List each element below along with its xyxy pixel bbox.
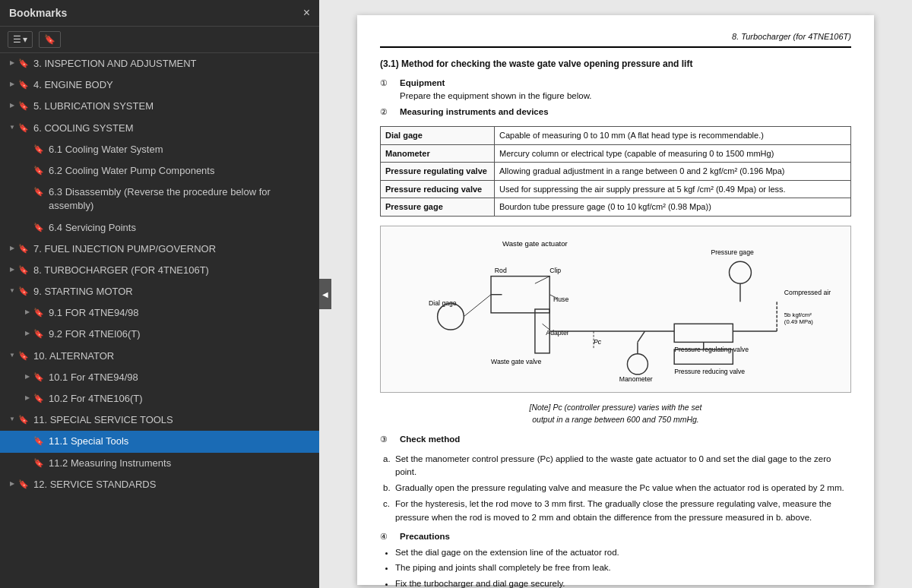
bookmark-page-icon-item-9: 🔖 (18, 286, 30, 297)
bookmark-page-icon-item-7: 🔖 (18, 243, 30, 254)
check-list: Set the manometer control pressure (Pc) … (380, 453, 851, 524)
svg-text:5b kgf/cm²: 5b kgf/cm² (784, 311, 812, 318)
sidebar-item-label-item-5: 5. LUBRICATION SYSTEM (33, 100, 313, 113)
svg-text:(0.49 MPa): (0.49 MPa) (784, 318, 814, 325)
sidebar-item-item-7[interactable]: ▶🔖7. FUEL INJECTION PUMP/GOVERNOR (0, 239, 319, 260)
expand-arrow-item-12: ▶ (6, 479, 18, 488)
item1-number: ① (380, 77, 394, 103)
sidebar-item-label-item-10-1: 10.1 For 4TNE94/98 (49, 371, 313, 384)
sidebar-item-item-3[interactable]: ▶🔖3. INSPECTION AND ADJUSTMENT (0, 53, 319, 74)
expand-arrow-item-10-1: ▶ (21, 372, 33, 381)
sidebar-item-label-item-11: 11. SPECIAL SERVICE TOOLS (33, 413, 313, 427)
expand-arrow-item-4: ▶ (6, 80, 18, 88)
svg-text:Manometer: Manometer (619, 375, 653, 382)
sidebar-item-label-item-7: 7. FUEL INJECTION PUMP/GOVERNOR (33, 242, 313, 256)
svg-text:Huse: Huse (553, 296, 568, 303)
list-view-button[interactable]: ☰ ▾ (8, 31, 33, 48)
table-cell-desc: Mercury column or electrical type (capab… (495, 144, 851, 163)
sidebar-item-item-10[interactable]: ▼🔖10. ALTERNATOR (0, 346, 319, 367)
svg-point-32 (627, 354, 648, 375)
table-row: Pressure reducing valveUsed for suppress… (381, 180, 851, 198)
sidebar-item-item-9-1[interactable]: ▶🔖9.1 FOR 4TNE94/98 (0, 302, 319, 324)
item2-text: Measuring instruments and devices (400, 107, 549, 116)
precautions-section: ④ Precautions Set the dial gage on the e… (380, 530, 851, 588)
sidebar-item-item-5[interactable]: ▶🔖5. LUBRICATION SYSTEM (0, 96, 319, 117)
expand-arrow-item-11: ▼ (6, 415, 18, 423)
section-title: (3.1) Method for checking the waste gate… (380, 57, 851, 71)
sidebar-item-item-6-3[interactable]: 🔖6.3 Disassembly (Reverse the procedure … (0, 182, 319, 217)
sidebar-item-label-item-6-4: 6.4 Servicing Points (49, 221, 313, 235)
bookmark-icon: 🔖 (44, 34, 55, 45)
bookmark-page-icon-item-9-2: 🔖 (33, 328, 46, 340)
item2-number: ② (380, 106, 394, 119)
sidebar-item-item-12[interactable]: ▶🔖12. SERVICE STANDARDS (0, 474, 319, 495)
item4-text: Precautions (400, 530, 450, 543)
svg-point-5 (438, 303, 464, 330)
table-row: Pressure gageBourdon tube pressure gage … (381, 198, 851, 217)
sidebar-item-label-item-6-1: 6.1 Cooling Water System (49, 143, 313, 156)
sidebar-header: Bookmarks × (0, 0, 319, 27)
svg-text:Rod: Rod (495, 267, 507, 274)
sidebar-item-item-11[interactable]: ▼🔖11. SPECIAL SERVICE TOOLS (0, 409, 319, 431)
sidebar-toolbar: ☰ ▾ 🔖 (0, 27, 319, 53)
svg-text:Waste gate valve: Waste gate valve (491, 358, 541, 365)
expand-arrow-item-9: ▼ (6, 286, 18, 295)
item4-number: ④ (380, 530, 394, 543)
sidebar-item-item-6[interactable]: ▼🔖6. COOLING SYSTEM (0, 118, 319, 139)
sidebar-close-button[interactable]: × (303, 6, 310, 20)
svg-point-19 (730, 261, 752, 283)
bookmark-button[interactable]: 🔖 (39, 31, 61, 48)
bookmark-page-icon-item-6-2: 🔖 (33, 165, 46, 176)
precaution-item: The piping and joints shall completely b… (395, 561, 851, 574)
sidebar-item-item-4[interactable]: ▶🔖4. ENGINE BODY (0, 74, 319, 96)
sidebar-item-item-6-2[interactable]: 🔖6.2 Cooling Water Pump Components (0, 160, 319, 182)
expand-arrow-item-5: ▶ (6, 101, 18, 109)
sidebar-item-item-6-1[interactable]: 🔖6.1 Cooling Water System (0, 139, 319, 160)
bookmark-page-icon-item-10: 🔖 (18, 350, 30, 362)
svg-text:Waste gate actuator: Waste gate actuator (502, 239, 568, 248)
sidebar-item-item-9[interactable]: ▼🔖9. STARTING MOTOR (0, 281, 319, 302)
item-2: ② Measuring instruments and devices (380, 106, 851, 119)
item1-text: Equipment (400, 78, 445, 87)
svg-line-35 (638, 331, 645, 342)
bookmark-page-icon-item-3: 🔖 (18, 58, 30, 69)
sidebar-item-item-6-4[interactable]: 🔖6.4 Servicing Points (0, 217, 319, 239)
sidebar-item-item-11-1[interactable]: 🔖11.1 Special Tools (0, 431, 319, 452)
sidebar-item-item-10-2[interactable]: ▶🔖10.2 For 4TNE106(T) (0, 388, 319, 409)
item3-text: Check method (400, 433, 460, 446)
sidebar-item-label-item-8: 8. TURBOCHARGER (FOR 4TNE106T) (33, 264, 313, 277)
svg-text:Pressure gage: Pressure gage (711, 248, 754, 255)
sidebar-item-label-item-6-3: 6.3 Disassembly (Reverse the procedure b… (49, 185, 313, 213)
expand-arrow-item-8: ▶ (6, 265, 18, 273)
precaution-item: Fix the turbocharger and dial gage secur… (395, 577, 851, 589)
svg-line-6 (464, 294, 491, 316)
table-cell-name: Manometer (381, 144, 495, 163)
svg-line-8 (535, 276, 549, 283)
sidebar-item-item-9-2[interactable]: ▶🔖9.2 FOR 4TNEI06(T) (0, 324, 319, 345)
expand-arrow-item-3: ▶ (6, 58, 18, 67)
table-cell-desc: Used for suppressing the air supply pres… (495, 180, 851, 198)
sidebar-item-item-11-2[interactable]: 🔖11.2 Measuring Instruments (0, 453, 319, 474)
sidebar-item-item-8[interactable]: ▶🔖8. TURBOCHARGER (FOR 4TNE106T) (0, 260, 319, 281)
sidebar-item-label-item-10: 10. ALTERNATOR (33, 349, 313, 363)
bookmark-page-icon-item-6-1: 🔖 (33, 144, 46, 155)
sidebar-item-label-item-9-1: 9.1 FOR 4TNE94/98 (49, 306, 313, 320)
bookmark-page-icon-item-11-1: 🔖 (33, 435, 46, 447)
sidebar-item-label-item-3: 3. INSPECTION AND ADJUSTMENT (33, 57, 313, 71)
expand-arrow-item-10: ▼ (6, 351, 18, 359)
svg-text:Pc: Pc (594, 338, 602, 346)
collapse-sidebar-button[interactable]: ◀ (319, 279, 331, 309)
list-icon: ☰ (13, 34, 21, 45)
sidebar-item-label-item-11-2: 11.2 Measuring Instruments (49, 457, 313, 470)
bookmark-page-icon-item-11-2: 🔖 (33, 457, 46, 469)
item1-sub: Prepare the equipment shown in the figur… (400, 91, 592, 100)
bookmark-page-icon-item-4: 🔖 (18, 79, 30, 90)
precautions-list: Set the dial gage on the extension line … (380, 546, 851, 588)
sidebar-item-item-10-1[interactable]: ▶🔖10.1 For 4TNE94/98 (0, 367, 319, 388)
precaution-item: Set the dial gage on the extension line … (395, 546, 851, 559)
table-row: Dial gageCapable of measuring 0 to 10 mm… (381, 127, 851, 145)
sidebar-item-label-item-6-2: 6.2 Cooling Water Pump Components (49, 164, 313, 178)
svg-text:Compressed air: Compressed air (784, 288, 831, 296)
sidebar-item-label-item-6: 6. COOLING SYSTEM (33, 122, 313, 135)
svg-text:Pressure reducing valve: Pressure reducing valve (674, 368, 745, 375)
